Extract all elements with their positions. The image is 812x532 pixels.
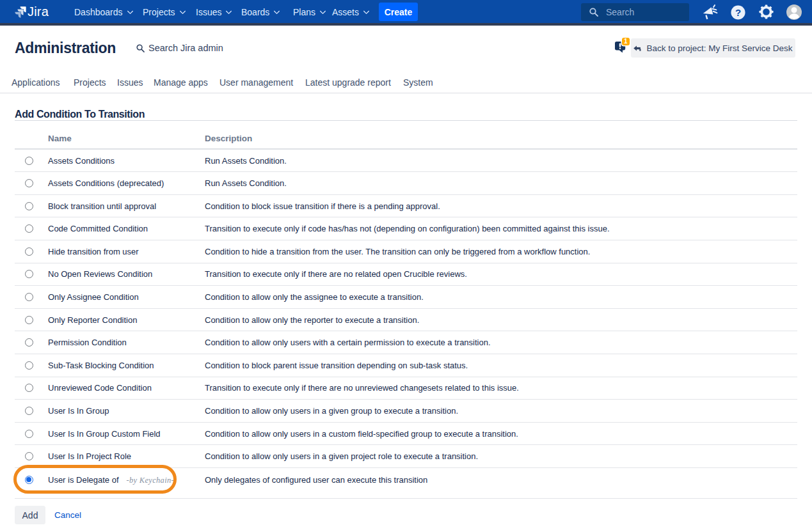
svg-text:?: ? [735, 7, 741, 18]
